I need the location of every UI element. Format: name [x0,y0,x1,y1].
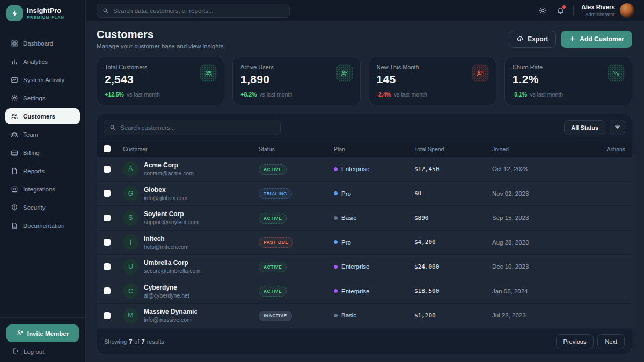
activity-chart-icon [11,76,18,84]
shield-icon [11,204,18,211]
table-row: I Initech help@initech.com PAST DUE Pro … [97,231,632,255]
customer-avatar: G [123,186,138,201]
sidebar-item-documentation[interactable]: Documentation [5,218,80,234]
status-badge: ACTIVE [259,213,287,224]
plan-dot [334,167,338,171]
customer-name: Massive Dynamic [144,308,197,316]
sidebar-item-security[interactable]: Security [5,200,80,216]
sidebar-item-settings[interactable]: Settings [5,90,80,106]
plan-label: Basic [341,215,356,221]
add-customer-label: Add Customer [580,35,624,43]
plan-label: Basic [341,312,356,319]
users-icon [200,64,217,82]
row-checkbox[interactable] [104,215,111,221]
total-spend: $18,500 [414,287,492,294]
sidebar-item-dashboard[interactable]: Dashboard [5,35,80,51]
sidebar-item-billing[interactable]: Billing [5,145,80,161]
customer-email: info@massive.com [144,316,197,323]
cloud-download-icon [517,35,524,42]
sidebar-item-analytics[interactable]: Analytics [5,54,80,70]
select-all-checkbox[interactable] [104,145,111,152]
notifications-button[interactable] [555,5,566,16]
file-text-icon [11,222,18,230]
total-spend: $890 [414,215,492,221]
code-box-icon [11,186,18,193]
avatar[interactable] [620,3,634,18]
plus-icon [569,35,576,42]
customer-name: Acme Corp [144,161,194,170]
customer-avatar: S [123,210,138,226]
joined-date: Sep 15, 2023 [492,215,575,221]
table-row: G Globex info@globex.com TRIALING Pro $0… [97,182,632,206]
customer-name: Initech [144,235,189,243]
sidebar-item-team[interactable]: Team [5,127,80,143]
team-icon [11,131,18,138]
main-area: Alex Rivers Administrator Customers Mana… [86,0,644,362]
row-checkbox[interactable] [104,239,111,246]
stat-cards: Total Customers 2,543 +12.5% vs last mon… [97,57,632,105]
sidebar-item-reports[interactable]: Reports [5,163,80,179]
invite-member-button[interactable]: Invite Member [6,324,79,342]
global-search[interactable] [97,4,290,18]
plan-label: Pro [341,190,351,197]
logout-button[interactable]: Log out [6,342,79,357]
joined-date: Jan 05, 2024 [492,288,575,294]
sidebar-item-system-activity[interactable]: System Activity [5,72,80,88]
table-row: A Acme Corp contact@acme.com ACTIVE Ente… [97,157,632,182]
table-toolbar: All Status [97,114,632,141]
customers-search[interactable] [104,120,281,135]
row-checkbox[interactable] [104,287,111,294]
table-row: C Cyberdyne ai@cyberdyne.net ACTIVE Ente… [97,279,632,304]
customer-avatar: M [123,308,138,323]
next-page-button[interactable]: Next [597,334,625,349]
status-filter-dropdown[interactable]: All Status [564,120,605,135]
user-menu[interactable]: Alex Rivers Administrator [581,3,634,18]
customers-search-input[interactable] [120,124,275,131]
customer-email: contact@acme.com [144,170,194,176]
invite-member-label: Invite Member [27,330,69,337]
status-badge: ACTIVE [259,262,287,272]
app-plan-badge: PREMIUM PLAN [27,15,64,20]
joined-date: Aug 28, 2023 [492,239,575,246]
search-icon [109,124,116,131]
plan-label: Enterprise [341,263,369,270]
content: Customers Manage your customer base and … [86,21,644,362]
row-checkbox[interactable] [104,263,111,270]
of-label: of [134,338,139,345]
customer-avatar: A [123,161,138,177]
joined-date: Dec 10, 2023 [492,263,575,270]
filter-button[interactable] [610,120,625,135]
sidebar-item-customers[interactable]: Customers [5,108,80,124]
app-window: InsightPro PREMIUM PLAN Dashboard Analyt… [0,0,644,362]
customer-email: secure@umbrella.com [144,268,200,274]
column-header-joined: Joined [492,146,575,152]
table-row: M Massive Dynamic info@massive.com INACT… [97,304,632,328]
stat-delta: +8.2% [240,91,257,98]
page-title: Customers [97,28,225,41]
sidebar: InsightPro PREMIUM PLAN Dashboard Analyt… [0,0,86,362]
customers-panel: All Status Customer Status Plan Total Sp… [97,114,632,354]
theme-toggle-button[interactable] [538,5,548,16]
stat-card-active-users: Active Users 1,890 +8.2% vs last month [232,57,360,105]
export-button[interactable]: Export [509,31,556,48]
row-checkbox[interactable] [104,312,111,319]
credit-card-icon [11,149,18,157]
row-checkbox[interactable] [104,166,111,173]
table-row: S Soylent Corp support@soylent.com ACTIV… [97,206,632,231]
add-customer-button[interactable]: Add Customer [561,31,632,48]
stat-card-new-this-month: New This Month 145 -2.4% vs last month [369,57,496,105]
sidebar-item-integrations[interactable]: Integrations [5,181,80,197]
sidebar-item-label: System Activity [23,77,64,83]
page-header: Customers Manage your customer base and … [97,28,632,49]
global-search-input[interactable] [113,8,284,14]
row-checkbox[interactable] [104,190,111,197]
user-name: Alex Rivers [581,3,615,11]
customer-email: info@globex.com [144,195,187,201]
column-header-actions: Actions [575,146,625,152]
theme-toggle-icon [539,6,547,14]
previous-page-button[interactable]: Previous [556,334,594,349]
status-badge: INACTIVE [259,311,292,321]
filter-lines-icon [614,124,621,131]
plan-label: Enterprise [341,288,369,294]
stat-delta-note: vs last month [530,91,563,98]
